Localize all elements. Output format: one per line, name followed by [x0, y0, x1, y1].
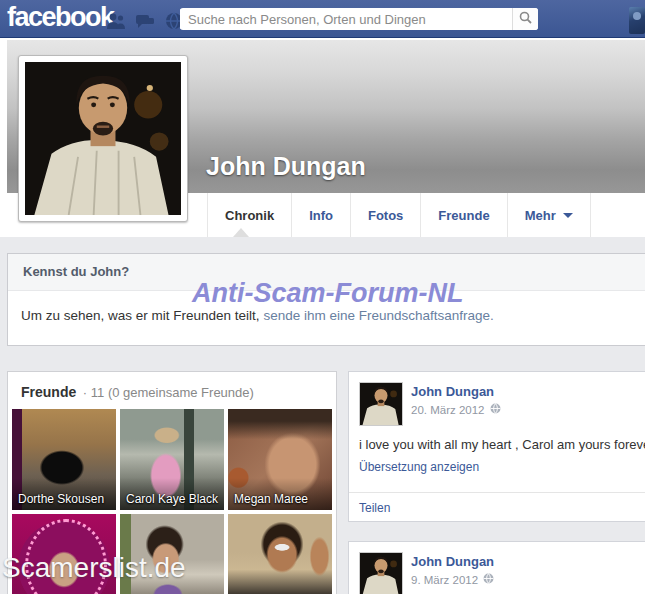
tab-chronik[interactable]: Chronik: [207, 193, 291, 237]
facebook-profile-page: facebook John Dungan: [0, 0, 645, 594]
friends-box-title: Freunde: [21, 384, 76, 400]
post-timestamp[interactable]: 20. März 2012: [411, 403, 501, 416]
navbar-icons: [106, 12, 184, 30]
active-tab-notch: [233, 228, 249, 237]
profile-picture[interactable]: [18, 55, 188, 222]
friend-tile[interactable]: Carol Kaye Black: [120, 409, 224, 510]
post-author-avatar[interactable]: [359, 382, 403, 426]
post-timestamp[interactable]: 9. März 2012: [411, 573, 494, 586]
post-author-avatar[interactable]: [359, 552, 403, 594]
timeline-post: John Dungan 9. März 2012: [348, 541, 645, 594]
post-text: i love you with all my heart , Carol am …: [359, 437, 645, 452]
timeline-post: John Dungan 20. März 2012 i love you wit…: [348, 371, 645, 522]
privacy-globe-icon: [483, 573, 494, 586]
friend-name: Carol Kaye Black: [126, 492, 218, 506]
friend-tile[interactable]: Dorthe Skousen: [12, 409, 116, 510]
search-input[interactable]: [180, 9, 512, 29]
tab-fotos[interactable]: Fotos: [350, 193, 420, 237]
search-button[interactable]: [512, 8, 538, 30]
friend-tile[interactable]: Megan Maree: [228, 409, 332, 510]
tab-info[interactable]: Info: [291, 193, 350, 237]
know-box: Kennst du John? Um zu sehen, was er mit …: [7, 253, 645, 346]
friend-tile[interactable]: [12, 514, 116, 594]
facebook-logo[interactable]: facebook: [7, 2, 114, 33]
post-author-name[interactable]: John Dungan: [411, 554, 494, 569]
search-box: [180, 8, 538, 30]
friends-box: Freunde · 11 (0 gemeinsame Freunde) Dort…: [7, 371, 337, 594]
share-link[interactable]: Teilen: [359, 501, 390, 515]
navbar: facebook: [0, 0, 645, 38]
friend-tile[interactable]: [228, 514, 332, 594]
profile-photo-man: [25, 62, 181, 215]
friend-requests-icon[interactable]: [106, 12, 126, 30]
tab-mehr[interactable]: Mehr: [507, 193, 591, 237]
chevron-down-icon: [563, 213, 573, 218]
friend-name: Megan Maree: [234, 492, 308, 506]
send-friend-request-link[interactable]: sende ihm eine Freundschaftsanfrage.: [263, 308, 493, 323]
messages-icon[interactable]: [135, 12, 155, 30]
translate-link[interactable]: Übersetzung anzeigen: [359, 460, 479, 474]
heart-frame-decoration: [25, 519, 107, 594]
privacy-globe-icon: [490, 403, 501, 416]
friend-name: Dorthe Skousen: [18, 492, 104, 506]
know-box-message: Um zu sehen, was er mit Freunden teilt,: [21, 308, 260, 323]
friends-grid: Dorthe Skousen Carol Kaye Black Megan Ma…: [8, 409, 336, 594]
know-box-title: Kennst du John?: [8, 254, 645, 291]
post-author-name[interactable]: John Dungan: [411, 384, 494, 399]
tab-freunde[interactable]: Freunde: [420, 193, 506, 237]
friends-count: · 11 (0 gemeinsame Freunde): [83, 385, 254, 400]
profile-name: John Dungan: [206, 152, 366, 181]
friend-tile[interactable]: [120, 514, 224, 594]
search-icon: [519, 11, 532, 27]
profile-thumbnail-partial[interactable]: [629, 7, 645, 34]
